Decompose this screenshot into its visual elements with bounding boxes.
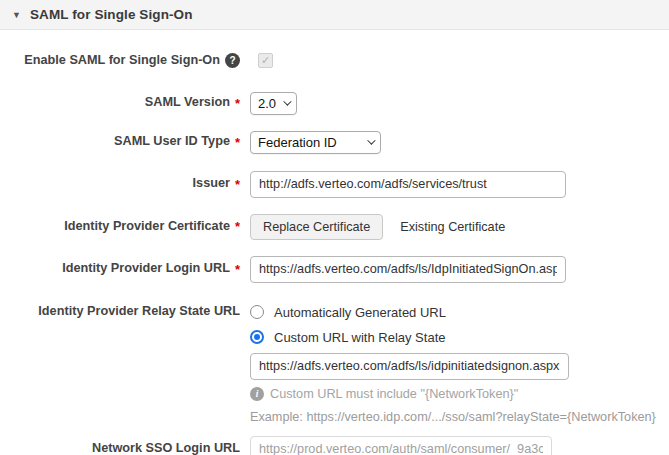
- row-issuer: Issuer *: [0, 171, 669, 198]
- required-asterisk: *: [235, 177, 240, 192]
- relay-state-example: Example: https://verteo.idp.com/.../sso/…: [250, 410, 656, 424]
- row-saml-version: SAML Version * 2.0: [0, 92, 669, 115]
- custom-url-hint: Custom URL must include "{NetworkToken}": [270, 387, 518, 401]
- row-user-id-type: SAML User ID Type * Federation ID: [0, 131, 669, 154]
- radio-option-custom-url[interactable]: Custom URL with Relay State: [250, 325, 445, 350]
- enable-saml-label: Enable SAML for Single Sign-On: [24, 53, 220, 69]
- chevron-down-icon: [283, 98, 291, 106]
- relay-state-url-label: Identity Provider Relay State URL: [38, 304, 240, 320]
- row-enable-saml: Enable SAML for Single Sign-On ? ✓: [0, 53, 669, 69]
- custom-relay-url-input[interactable]: [250, 353, 569, 380]
- existing-certificate-text: Existing Certificate: [400, 220, 505, 234]
- chevron-down-icon: [367, 137, 375, 145]
- row-relay-state-url: Identity Provider Relay State URL Automa…: [0, 300, 669, 424]
- replace-certificate-button[interactable]: Replace Certificate: [250, 214, 383, 240]
- network-sso-url-label: Network SSO Login URL: [92, 441, 240, 455]
- collapse-triangle-icon[interactable]: ▼: [12, 10, 30, 20]
- info-icon: i: [250, 387, 264, 401]
- issuer-label: Issuer: [193, 176, 230, 192]
- section-title: SAML for Single Sign-On: [30, 7, 193, 22]
- required-asterisk: *: [235, 219, 240, 234]
- saml-settings-form: Enable SAML for Single Sign-On ? ✓ SAML …: [0, 30, 669, 455]
- idp-certificate-label: Identity Provider Certificate: [64, 219, 230, 235]
- saml-section-header[interactable]: ▼ SAML for Single Sign-On: [0, 0, 669, 30]
- user-id-type-value: Federation ID: [258, 135, 337, 150]
- radio-icon[interactable]: [250, 305, 264, 319]
- saml-version-select[interactable]: 2.0: [250, 92, 297, 115]
- required-asterisk: *: [235, 262, 240, 277]
- radio-option-label: Automatically Generated URL: [274, 305, 446, 320]
- issuer-input[interactable]: [250, 171, 566, 198]
- row-idp-login-url: Identity Provider Login URL *: [0, 256, 669, 283]
- user-id-type-label: SAML User ID Type: [114, 134, 230, 150]
- idp-login-url-input[interactable]: [250, 256, 566, 283]
- idp-login-url-label: Identity Provider Login URL: [62, 261, 230, 277]
- network-sso-url-input: [250, 436, 552, 455]
- saml-version-value: 2.0: [258, 96, 276, 111]
- radio-option-auto-generated[interactable]: Automatically Generated URL: [250, 300, 446, 325]
- radio-option-label: Custom URL with Relay State: [274, 330, 445, 345]
- saml-version-label: SAML Version: [145, 95, 230, 111]
- row-idp-certificate: Identity Provider Certificate * Replace …: [0, 214, 669, 240]
- help-icon[interactable]: ?: [225, 53, 240, 68]
- radio-selected-icon[interactable]: [250, 330, 264, 344]
- required-asterisk: *: [235, 135, 240, 150]
- enable-saml-checkbox: ✓: [258, 53, 273, 68]
- row-network-sso-url: Network SSO Login URL: [0, 436, 669, 455]
- required-asterisk: *: [235, 96, 240, 111]
- user-id-type-select[interactable]: Federation ID: [250, 131, 381, 154]
